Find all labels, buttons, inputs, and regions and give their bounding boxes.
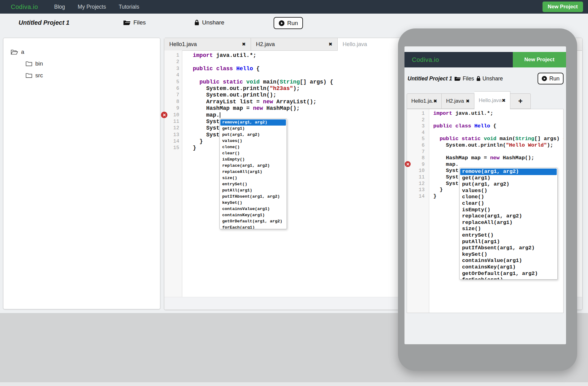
autocomplete-item[interactable]: putAll(arg1) — [460, 239, 557, 245]
nav-item-tutorials[interactable]: Tutorials — [119, 4, 139, 10]
code-line[interactable] — [433, 117, 563, 123]
autocomplete-item[interactable]: replaceAll(arg1) — [460, 220, 557, 226]
code-line[interactable]: map. — [433, 161, 563, 168]
autocomplete-item[interactable]: put(arg1, arg2) — [460, 181, 557, 188]
autocomplete-item[interactable]: replaceAll(arg1) — [220, 169, 286, 175]
line-number: 14 — [407, 193, 429, 200]
autocomplete-item[interactable]: remove(arg1, arg2) — [220, 119, 286, 126]
tab-hello1-java[interactable]: Hello1.java✖ — [164, 38, 251, 50]
text-cursor — [220, 112, 220, 118]
autocomplete-item[interactable]: containsValue(arg1) — [460, 258, 557, 264]
phone-brand-logo[interactable]: Codiva.io — [412, 56, 439, 63]
autocomplete-item[interactable]: get(arg1) — [220, 126, 286, 132]
autocomplete-item[interactable]: keySet() — [460, 251, 557, 258]
tab-h2-java[interactable]: H2.java✖ — [251, 38, 338, 50]
autocomplete-item[interactable]: clone() — [460, 194, 557, 200]
autocomplete-item[interactable]: forEach(arg1) — [220, 225, 286, 229]
nav-item-blog[interactable]: Blog — [54, 4, 65, 10]
autocomplete-item[interactable]: containsKey(arg1) — [220, 212, 286, 218]
line-number: 14 — [164, 138, 182, 145]
line-number: 10 — [407, 168, 429, 174]
tree-item-label: bin — [35, 60, 43, 67]
phone-run-button[interactable]: Run — [538, 73, 564, 84]
run-button[interactable]: Run — [274, 17, 303, 29]
tab-close-icon[interactable]: ✖ — [433, 98, 437, 104]
autocomplete-item[interactable]: replace(arg1, arg2) — [460, 213, 557, 220]
nav-item-my-projects[interactable]: My Projects — [78, 4, 106, 10]
line-number: 12 — [164, 125, 182, 131]
autocomplete-item[interactable]: replace(arg1, arg2) — [220, 163, 286, 169]
autocomplete-item[interactable]: size() — [220, 175, 286, 181]
files-button[interactable]: Files — [123, 19, 146, 26]
tab-hello1-ja-[interactable]: Hello1.ja.✖ — [407, 93, 442, 109]
autocomplete-item[interactable]: containsValue(arg1) — [220, 206, 286, 212]
tab-hello-java[interactable]: Hello.java✖ — [474, 91, 510, 109]
autocomplete-item[interactable]: getOrDefault(arg1, arg2) — [220, 218, 286, 225]
run-label: Run — [287, 20, 298, 27]
autocomplete-item[interactable]: putIfAbsent(arg1, arg2) — [220, 194, 286, 200]
error-badge — [161, 112, 167, 118]
phone-unshare-button[interactable]: Unshare — [476, 75, 503, 82]
tab-close-icon[interactable]: ✖ — [328, 41, 332, 47]
autocomplete-item[interactable]: getOrDefault(arg1, arg2) — [460, 271, 557, 277]
phone-screen: Codiva.io New Project Untitled Project 1… — [404, 46, 566, 344]
tree-item-root[interactable]: a — [3, 46, 160, 58]
tab-close-icon[interactable]: ✖ — [502, 98, 506, 103]
autocomplete-item[interactable]: isEmpty() — [460, 207, 557, 213]
new-tab-button[interactable]: + — [510, 93, 531, 109]
code-line[interactable] — [433, 149, 563, 155]
autocomplete-item[interactable]: values() — [460, 188, 557, 194]
autocomplete-item[interactable]: remove(arg1, arg2) — [460, 169, 557, 175]
autocomplete-item[interactable]: values() — [220, 138, 286, 144]
line-number: 11 — [407, 174, 429, 181]
autocomplete-item[interactable]: forEach(arg1) — [460, 277, 557, 280]
line-number-gutter: 123456789101112131415 — [164, 50, 182, 297]
unshare-button[interactable]: Unshare — [194, 19, 224, 26]
autocomplete-item[interactable]: entrySet() — [220, 181, 286, 187]
closed-folder-icon — [26, 73, 32, 78]
line-number: 13 — [407, 187, 429, 193]
line-number: 4 — [407, 130, 429, 136]
code-line[interactable]: HashMap map = new HashMap(); — [433, 155, 563, 161]
line-number: 1 — [407, 110, 429, 117]
project-title: Untitled Project 1 — [19, 19, 69, 26]
line-number: 4 — [164, 72, 182, 79]
line-number: 9 — [164, 105, 182, 112]
autocomplete-item[interactable]: entrySet() — [460, 232, 557, 239]
tab-label: + — [518, 97, 522, 105]
autocomplete-item[interactable]: get(arg1) — [460, 175, 557, 182]
tree-item-src[interactable]: src — [3, 70, 160, 81]
code-line[interactable]: import java.util.*; — [433, 110, 563, 117]
code-line[interactable]: public class Hello { — [433, 123, 563, 130]
autocomplete-item[interactable]: clear() — [460, 200, 557, 207]
phone-files-button[interactable]: Files — [454, 75, 474, 82]
phone-new-project-button[interactable]: New Project — [513, 52, 566, 67]
autocomplete-item[interactable]: containsKey(arg1) — [460, 264, 557, 271]
autocomplete-item[interactable]: clear() — [220, 150, 286, 157]
autocomplete-item[interactable]: isEmpty() — [220, 157, 286, 163]
autocomplete-item[interactable]: putIfAbsent(arg1, arg2) — [460, 245, 557, 251]
line-number: 3 — [164, 66, 182, 72]
code-line[interactable]: public static void main(String[] args) { — [433, 136, 563, 142]
tab-close-icon[interactable]: ✖ — [242, 41, 246, 47]
autocomplete-item[interactable]: put(arg1, arg2) — [220, 132, 286, 138]
code-line[interactable] — [433, 130, 563, 136]
line-number: 5 — [164, 79, 182, 85]
tab-h2-java[interactable]: H2.java✖ — [442, 93, 474, 109]
tab-label: H2.java — [256, 41, 275, 48]
line-number: 1 — [164, 52, 182, 59]
phone-project-title: Untitled Project 1 — [408, 75, 452, 82]
phone-files-label: Files — [463, 75, 474, 82]
open-folder-icon — [11, 49, 18, 55]
autocomplete-item[interactable]: clone() — [220, 144, 286, 150]
autocomplete-item[interactable]: keySet() — [220, 200, 286, 206]
brand-logo[interactable]: Codiva.io — [11, 3, 42, 11]
autocomplete-item[interactable]: size() — [460, 226, 557, 232]
code-line[interactable]: System.out.println("Hello World"); — [433, 142, 563, 149]
autocomplete-item[interactable]: putAll(arg1) — [220, 187, 286, 194]
phone-mockup: Codiva.io New Project Untitled Project 1… — [398, 28, 577, 371]
tree-item-bin[interactable]: bin — [3, 58, 160, 70]
tab-close-icon[interactable]: ✖ — [466, 98, 470, 104]
new-project-button[interactable]: New Project — [543, 2, 583, 12]
line-number: 13 — [164, 132, 182, 138]
